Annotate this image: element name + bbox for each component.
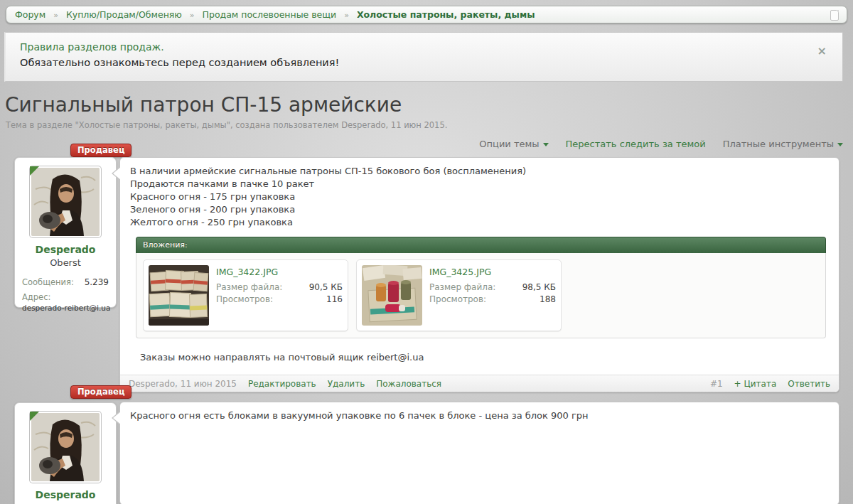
- reply-link[interactable]: Ответить: [788, 379, 830, 389]
- delete-link[interactable]: Удалить: [328, 379, 365, 389]
- breadcrumb-separator: »: [53, 11, 58, 20]
- breadcrumb-separator: »: [190, 11, 195, 20]
- breadcrumb-separator: »: [344, 11, 349, 20]
- report-link[interactable]: Пожаловаться: [376, 379, 441, 389]
- attachment-thumbnail[interactable]: [149, 265, 209, 326]
- attachment-filename[interactable]: IMG_3425.JPG: [429, 267, 556, 277]
- user-card: Desperado Oberst Сообщения: 5.239 Адрес:…: [14, 157, 117, 308]
- author-stats: Сообщения: 5.239 Адрес: desperado-reiber…: [15, 277, 116, 321]
- attachment-info: IMG_3425.JPG Размер файла: 98,5 КБ Просм…: [429, 265, 556, 326]
- views-label: Просмотров:: [216, 294, 273, 306]
- thumbnail-image-cartridges: [362, 265, 422, 326]
- views-value: 188: [540, 294, 556, 306]
- attachment-info: IMG_3422.JPG Размер файла: 90,5 КБ Просм…: [216, 265, 343, 326]
- online-indicator-icon: [30, 166, 39, 176]
- messages-count: 5.239: [85, 277, 109, 289]
- post-body: Красного огня есть блоками в вакуумной у…: [120, 402, 839, 422]
- file-size-value: 98,5 КБ: [522, 282, 556, 294]
- post-body: В наличии армейские сигнальные патроны С…: [120, 158, 839, 363]
- breadcrumb-link-subforum[interactable]: Продам послевоенные вещи: [203, 9, 337, 20]
- attachment-thumbnail[interactable]: [362, 265, 422, 326]
- rules-link[interactable]: Правила разделов продаж.: [20, 41, 828, 53]
- avatar-image: [31, 168, 100, 236]
- thread-subtitle: Тема в разделе "Холостые патроны, ракеты…: [6, 120, 447, 130]
- messages-label: Сообщения:: [22, 277, 74, 289]
- paid-tools-label: Платные инструменты: [723, 139, 834, 149]
- address-value: desperado-reibert@i.ua: [22, 303, 109, 313]
- thread-options-label: Опции темы: [479, 139, 539, 149]
- unwatch-thread-link[interactable]: Перестать следить за темой: [566, 139, 706, 149]
- post-text-line: В наличии армейские сигнальные патроны С…: [130, 165, 829, 178]
- attachments-box: Вложения:: [136, 237, 826, 338]
- author-name[interactable]: Desperado: [15, 244, 116, 255]
- chevron-down-icon: [837, 143, 843, 146]
- author-name[interactable]: Desperado: [15, 489, 116, 500]
- address-label: Адрес:: [22, 291, 109, 303]
- edit-link[interactable]: Редактировать: [248, 379, 316, 389]
- user-avatar[interactable]: [30, 412, 101, 483]
- chevron-down-icon: [543, 143, 549, 146]
- post-text-line: Желтого огня - 250 грн упаковка: [130, 216, 829, 229]
- user-avatar[interactable]: [30, 166, 101, 237]
- quote-link[interactable]: + Цитата: [734, 379, 777, 389]
- seller-badge: Продавец: [70, 144, 132, 157]
- breadcrumb-link-category[interactable]: Куплю/Продам/Обменяю: [66, 9, 182, 20]
- attachments-header: Вложения:: [136, 237, 826, 253]
- notice-text: Обязательно ознакомьтесь перед созданием…: [20, 57, 828, 68]
- attachments-list: IMG_3422.JPG Размер файла: 90,5 КБ Просм…: [136, 253, 826, 338]
- post-text-line: Красного огня есть блоками в вакуумной у…: [130, 409, 829, 422]
- seller-badge: Продавец: [70, 385, 132, 399]
- paid-tools-menu[interactable]: Платные инструменты: [723, 139, 843, 149]
- post-message: В наличии армейские сигнальные патроны С…: [119, 157, 839, 392]
- post-number-link[interactable]: #1: [710, 379, 723, 389]
- forum-thread-page: Форум » Куплю/Продам/Обменяю » Продам по…: [0, 0, 853, 504]
- attachment-filename[interactable]: IMG_3422.JPG: [216, 267, 343, 277]
- post-text-line: Заказы можно направлять на почтовый ящик…: [130, 352, 829, 363]
- attachment-card: IMG_3422.JPG Размер файла: 90,5 КБ Просм…: [143, 259, 348, 331]
- document-icon[interactable]: [830, 10, 839, 21]
- file-size-label: Размер файла:: [429, 282, 495, 294]
- avatar-image: [31, 413, 100, 481]
- thumbnail-image-packs: [149, 265, 209, 326]
- views-label: Просмотров:: [429, 294, 486, 306]
- file-size-label: Размер файла:: [216, 282, 282, 294]
- thread-toolbar: Опции темы Перестать следить за темой Пл…: [479, 139, 843, 149]
- breadcrumb: Форум » Куплю/Продам/Обменяю » Продам по…: [6, 6, 847, 23]
- breadcrumb-current-forum[interactable]: Холостые патроны, ракеты, дымы: [357, 9, 535, 20]
- breadcrumb-link-forum[interactable]: Форум: [15, 9, 45, 20]
- post-footer: Desperado, 11 июн 2015 Редактировать Уда…: [120, 375, 839, 392]
- online-indicator-icon: [30, 412, 39, 421]
- notice-banner: Правила разделов продаж. Обязательно озн…: [4, 32, 843, 82]
- user-card: Desperado Oberst: [14, 402, 117, 504]
- post-text-line: Зеленого огня - 200 грн упаковка: [130, 203, 829, 216]
- page-title: Сигнальный патрон СП-15 армейские: [5, 93, 402, 117]
- close-icon[interactable]: ×: [817, 45, 827, 57]
- attachment-card: IMG_3425.JPG Размер файла: 98,5 КБ Просм…: [356, 259, 562, 331]
- post-text-line: Красного огня - 175 грн упаковка: [130, 191, 829, 203]
- file-size-value: 90,5 КБ: [309, 282, 343, 294]
- post-text-line: Продаются пачками в пачке 10 ракет: [130, 178, 829, 191]
- post-byline-link[interactable]: Desperado, 11 июн 2015: [129, 379, 237, 389]
- views-value: 116: [326, 294, 343, 306]
- thread-options-menu[interactable]: Опции темы: [479, 139, 548, 149]
- author-rank: Oberst: [15, 257, 116, 268]
- post-message: Красного огня есть блоками в вакуумной у…: [119, 402, 839, 504]
